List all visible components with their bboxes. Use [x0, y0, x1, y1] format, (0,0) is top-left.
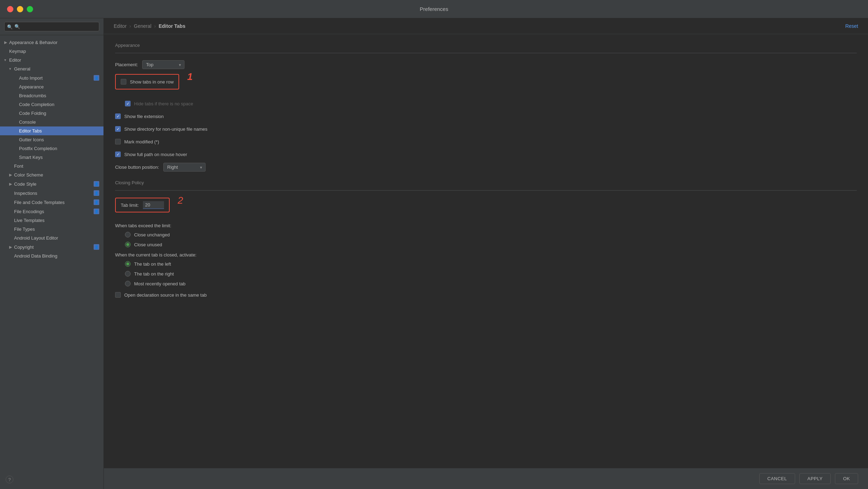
sidebar-item-code-folding[interactable]: Code Folding — [0, 109, 103, 118]
placement-row: Placement: Top Bottom Left Right None ▼ — [115, 60, 857, 69]
sidebar-item-file-types[interactable]: File Types — [0, 225, 103, 234]
tab-limit-input[interactable] — [143, 201, 164, 209]
sidebar-item-android-layout-editor[interactable]: Android Layout Editor — [0, 234, 103, 242]
sidebar-label-postfix-completion: Postfix Completion — [19, 146, 99, 151]
sidebar-arrow-code-style: ▶ — [9, 182, 14, 186]
sidebar-item-font[interactable]: Font — [0, 162, 103, 171]
sidebar-tree: ▶Appearance & BehaviorKeymap▾Editor▾Gene… — [0, 35, 103, 489]
sidebar-item-code-style[interactable]: ▶Code Style👤 — [0, 179, 103, 188]
sidebar-item-general[interactable]: ▾General — [0, 64, 103, 73]
tab-left-row: The tab on the left — [125, 261, 857, 267]
mark-modified-label[interactable]: Mark modified (*) — [124, 139, 159, 144]
sidebar-item-postfix-completion[interactable]: Postfix Completion — [0, 144, 103, 153]
tab-left-radio[interactable] — [125, 261, 131, 267]
show-full-path-label[interactable]: Show full path on mouse hover — [124, 152, 187, 157]
open-declaration-label[interactable]: Open declaration source in the same tab — [124, 292, 207, 298]
ok-button[interactable]: OK — [835, 473, 858, 484]
annotation-1: 1 — [187, 71, 193, 82]
tab-right-radio[interactable] — [125, 271, 131, 277]
search-icon: 🔍 — [7, 24, 13, 29]
close-button-dropdown[interactable]: Right Left Hidden — [163, 163, 206, 172]
settings-panel: Appearance Placement: Top Bottom Left Ri… — [104, 34, 868, 468]
tab-left-label[interactable]: The tab on the left — [134, 261, 171, 267]
sidebar-item-editor-tabs[interactable]: Editor Tabs — [0, 126, 103, 135]
sidebar-label-copyright: Copyright — [14, 244, 94, 250]
placement-dropdown[interactable]: Top Bottom Left Right None — [142, 60, 184, 69]
sidebar-item-smart-keys[interactable]: Smart Keys — [0, 153, 103, 162]
sidebar-label-file-encodings: File Encodings — [14, 209, 94, 214]
close-unused-label[interactable]: Close unused — [134, 242, 162, 247]
sidebar-item-color-scheme[interactable]: ▶Color Scheme — [0, 171, 103, 179]
reset-button[interactable]: Reset — [845, 23, 858, 29]
content-header: Editor › General › Editor Tabs Reset — [104, 18, 868, 34]
sidebar-label-color-scheme: Color Scheme — [14, 172, 99, 178]
sidebar-label-smart-keys: Smart Keys — [19, 155, 99, 160]
mark-modified-checkbox[interactable] — [115, 139, 121, 144]
sidebar-item-file-encodings[interactable]: File Encodings👤 — [0, 207, 103, 216]
show-full-path-checkbox[interactable] — [115, 151, 121, 157]
sidebar-item-breadcrumbs[interactable]: Breadcrumbs — [0, 91, 103, 100]
hide-tabs-no-space-label: Hide tabs if there is no space — [134, 101, 193, 106]
close-unchanged-label[interactable]: Close unchanged — [134, 232, 170, 237]
breadcrumb-sep1: › — [130, 23, 131, 29]
placement-dropdown-wrap: Top Bottom Left Right None ▼ — [142, 60, 184, 69]
close-unchanged-radio[interactable] — [125, 232, 131, 237]
annotation-2: 2 — [178, 195, 183, 206]
recently-opened-label[interactable]: Most recently opened tab — [134, 281, 185, 286]
close-button[interactable] — [7, 6, 13, 12]
sidebar-item-file-code-templates[interactable]: File and Code Templates👤 — [0, 198, 103, 207]
open-declaration-checkbox[interactable] — [115, 292, 121, 298]
show-file-extension-label[interactable]: Show file extension — [124, 114, 164, 119]
sidebar-badge-file-encodings: 👤 — [94, 209, 99, 214]
show-directory-label[interactable]: Show directory for non-unique file names — [124, 126, 207, 132]
sidebar-item-appearance-behavior[interactable]: ▶Appearance & Behavior — [0, 38, 103, 47]
sidebar-item-appearance[interactable]: Appearance — [0, 82, 103, 91]
maximize-button[interactable] — [27, 6, 33, 12]
sidebar-label-editor-tabs: Editor Tabs — [19, 128, 99, 134]
minimize-button[interactable] — [17, 6, 23, 12]
sidebar-arrow-editor: ▾ — [4, 58, 9, 62]
show-directory-checkbox[interactable] — [115, 126, 121, 132]
sidebar-label-font: Font — [14, 163, 99, 169]
sidebar-item-keymap[interactable]: Keymap — [0, 47, 103, 56]
sidebar-badge-copyright: 👤 — [94, 244, 99, 250]
close-unchanged-row: Close unchanged — [125, 232, 857, 237]
titlebar: Preferences — [0, 0, 868, 18]
sidebar-label-console: Console — [19, 119, 99, 125]
show-full-path-row: Show full path on mouse hover — [115, 150, 857, 159]
show-file-extension-checkbox[interactable] — [115, 113, 121, 119]
sidebar-label-android-data-binding: Android Data Binding — [14, 253, 99, 259]
sidebar-label-keymap: Keymap — [9, 49, 99, 54]
hide-tabs-no-space-row: Hide tabs if there is no space — [125, 99, 857, 108]
sidebar-label-appearance-behavior: Appearance & Behavior — [9, 40, 99, 45]
sidebar-item-editor[interactable]: ▾Editor — [0, 56, 103, 64]
sidebar-item-gutter-icons[interactable]: Gutter Icons — [0, 135, 103, 144]
tab-limit-outlined: Tab limit: — [115, 198, 170, 212]
sidebar-item-auto-import[interactable]: Auto Import👤 — [0, 73, 103, 82]
search-input[interactable] — [4, 22, 99, 31]
sidebar: 🔍 ▶Appearance & BehaviorKeymap▾Editor▾Ge… — [0, 18, 104, 489]
sidebar-item-inspections[interactable]: Inspections👤 — [0, 188, 103, 198]
mark-modified-row: Mark modified (*) — [115, 137, 857, 146]
appearance-section-label: Appearance — [115, 43, 857, 48]
close-unused-radio[interactable] — [125, 242, 131, 247]
recently-opened-radio[interactable] — [125, 281, 131, 286]
close-button-dropdown-wrap: Right Left Hidden ▼ — [163, 163, 206, 172]
sidebar-item-android-data-binding[interactable]: Android Data Binding — [0, 252, 103, 260]
cancel-button[interactable]: CANCEL — [759, 473, 795, 484]
sidebar-badge-auto-import: 👤 — [94, 75, 99, 81]
show-tabs-one-row-label[interactable]: Show tabs in one row — [130, 79, 174, 85]
sidebar-label-breadcrumbs: Breadcrumbs — [19, 93, 99, 98]
apply-button[interactable]: APPLY — [799, 473, 831, 484]
sidebar-item-live-templates[interactable]: Live Templates — [0, 216, 103, 225]
tab-right-label[interactable]: The tab on the right — [134, 271, 174, 277]
sidebar-item-code-completion[interactable]: Code Completion — [0, 100, 103, 109]
sidebar-label-live-templates: Live Templates — [14, 218, 99, 223]
sidebar-item-console[interactable]: Console — [0, 118, 103, 126]
when-closed-label: When the current tab is closed, activate… — [115, 252, 857, 258]
show-tabs-one-row-checkbox[interactable] — [121, 79, 126, 85]
sidebar-item-copyright[interactable]: ▶Copyright👤 — [0, 242, 103, 252]
hide-tabs-no-space-checkbox[interactable] — [125, 101, 131, 106]
help-icon[interactable]: ? — [6, 476, 13, 483]
breadcrumb-part1: Editor — [114, 23, 127, 29]
